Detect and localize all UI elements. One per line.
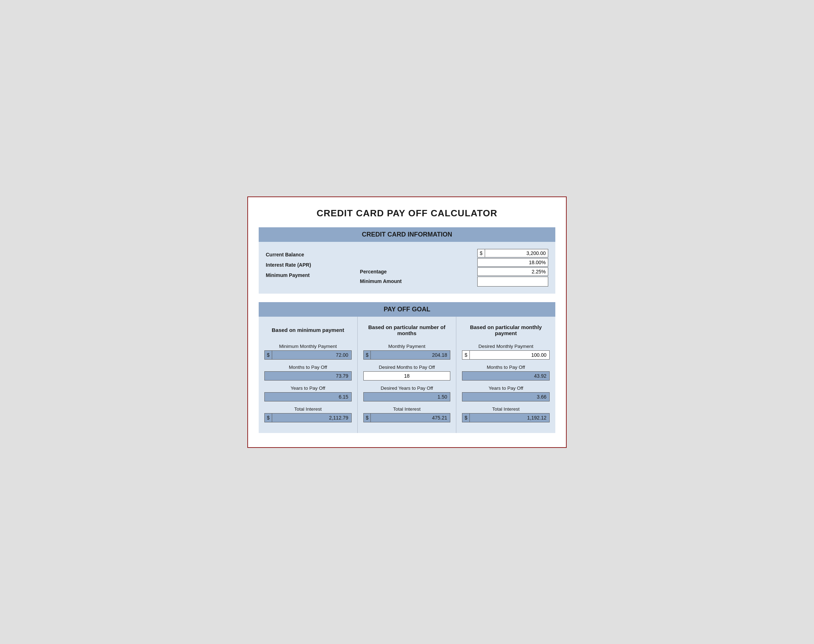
main-title: CREDIT CARD PAY OFF CALCULATOR — [259, 208, 555, 219]
total-interest-field-2: $ 475.21 — [363, 413, 451, 422]
current-balance-label: Current Balance — [266, 250, 360, 259]
col-2-header: Based on particular number of months — [363, 322, 451, 338]
col-1-header: Based on minimum payment — [264, 322, 352, 338]
result-dollar-interest-3: $ — [462, 414, 470, 422]
current-balance-field[interactable]: $ 3,200.00 — [477, 249, 548, 258]
total-interest-label-3: Total Interest — [462, 406, 550, 412]
desired-monthly-value: 100.00 — [470, 351, 549, 359]
info-labels: Current Balance Interest Rate (APR) Mini… — [266, 249, 360, 280]
total-interest-field-3: $ 1,192.12 — [462, 413, 550, 422]
months-payoff-label-3: Months to Pay Off — [462, 365, 550, 370]
input-dollar-3: $ — [462, 351, 470, 359]
total-interest-field-1: $ 2,112.79 — [264, 413, 352, 422]
years-payoff-label-3: Years to Pay Off — [462, 385, 550, 391]
monthly-payment-label-2: Monthly Payment — [363, 343, 451, 349]
desired-months-value[interactable]: 18 — [363, 371, 451, 380]
minimum-amount-label: Minimum Amount — [360, 277, 454, 286]
payoff-col-1: Based on minimum payment Minimum Monthly… — [259, 317, 358, 433]
months-payoff-label-1: Months to Pay Off — [264, 365, 352, 370]
field-total-interest-2: Total Interest $ 475.21 — [363, 406, 451, 422]
months-payoff-value-1: 73.79 — [264, 371, 352, 380]
field-months-payoff-3: Months to Pay Off 43.92 — [462, 365, 550, 380]
minimum-payment-label: Minimum Payment — [266, 271, 360, 280]
payoff-section-header: PAY OFF GOAL — [259, 302, 555, 317]
total-interest-value-3: 1,192.12 — [470, 414, 549, 422]
credit-card-section-header: CREDIT CARD INFORMATION — [259, 227, 555, 242]
field-monthly-payment-2: Monthly Payment $ 204.18 — [363, 343, 451, 360]
field-desired-months: Desired Months to Pay Off 18 — [363, 365, 451, 380]
field-months-payoff-1: Months to Pay Off 73.79 — [264, 365, 352, 380]
years-payoff-label-1: Years to Pay Off — [264, 385, 352, 391]
months-payoff-value-3: 43.92 — [462, 371, 550, 380]
field-desired-monthly-payment: Desired Monthly Payment $ 100.00 — [462, 343, 550, 360]
payoff-columns: Based on minimum payment Minimum Monthly… — [259, 317, 555, 433]
desired-years-label: Desired Years to Pay Off — [363, 385, 451, 391]
info-middle: Percentage Minimum Amount — [360, 249, 454, 286]
percentage-field[interactable]: 2.25% — [477, 267, 548, 276]
credit-info-grid: Current Balance Interest Rate (APR) Mini… — [266, 249, 548, 287]
payoff-col-3: Based on particular monthly payment Desi… — [456, 317, 555, 433]
field-years-payoff-3: Years to Pay Off 3.66 — [462, 385, 550, 402]
total-interest-value-2: 475.21 — [371, 414, 450, 422]
result-dollar-2: $ — [364, 351, 371, 359]
dollar-sign-balance: $ — [478, 249, 485, 257]
min-monthly-label: Minimum Monthly Payment — [264, 343, 352, 349]
result-dollar-1: $ — [265, 351, 272, 359]
col-3-header: Based on particular monthly payment — [462, 322, 550, 338]
field-min-monthly-payment: Minimum Monthly Payment $ 72.00 — [264, 343, 352, 360]
interest-rate-label: Interest Rate (APR) — [266, 261, 360, 270]
info-inputs: $ 3,200.00 18.00% 2.25% — [454, 249, 548, 287]
result-dollar-interest-2: $ — [364, 414, 371, 422]
credit-info-section: Current Balance Interest Rate (APR) Mini… — [259, 242, 555, 294]
desired-months-label: Desired Months to Pay Off — [363, 365, 451, 370]
desired-monthly-field[interactable]: $ 100.00 — [462, 350, 550, 360]
field-years-payoff-1: Years to Pay Off 6.15 — [264, 385, 352, 402]
result-dollar-interest-1: $ — [265, 414, 272, 422]
monthly-payment-field-2: $ 204.18 — [363, 350, 451, 360]
calculator-wrapper: CREDIT CARD PAY OFF CALCULATOR CREDIT CA… — [247, 196, 567, 448]
field-total-interest-3: Total Interest $ 1,192.12 — [462, 406, 550, 422]
total-interest-label-2: Total Interest — [363, 406, 451, 412]
current-balance-value: 3,200.00 — [485, 249, 548, 257]
min-monthly-value: $ 72.00 — [264, 350, 352, 360]
desired-monthly-label: Desired Monthly Payment — [462, 343, 550, 349]
minimum-amount-field[interactable] — [477, 277, 548, 287]
min-monthly-amount: 72.00 — [272, 351, 351, 359]
years-payoff-value-3: 3.66 — [462, 392, 550, 402]
monthly-payment-value-2: 204.18 — [371, 351, 450, 359]
percentage-label: Percentage — [360, 267, 454, 276]
field-total-interest-1: Total Interest $ 2,112.79 — [264, 406, 352, 422]
payoff-section: Based on minimum payment Minimum Monthly… — [259, 317, 555, 433]
payoff-col-2: Based on particular number of months Mon… — [358, 317, 457, 433]
total-interest-label-1: Total Interest — [264, 406, 352, 412]
years-payoff-value-1: 6.15 — [264, 392, 352, 402]
field-desired-years: Desired Years to Pay Off 1.50 — [363, 385, 451, 402]
total-interest-value-1: 2,112.79 — [272, 414, 351, 422]
desired-years-value: 1.50 — [363, 392, 451, 402]
interest-rate-field[interactable]: 18.00% — [477, 258, 548, 267]
